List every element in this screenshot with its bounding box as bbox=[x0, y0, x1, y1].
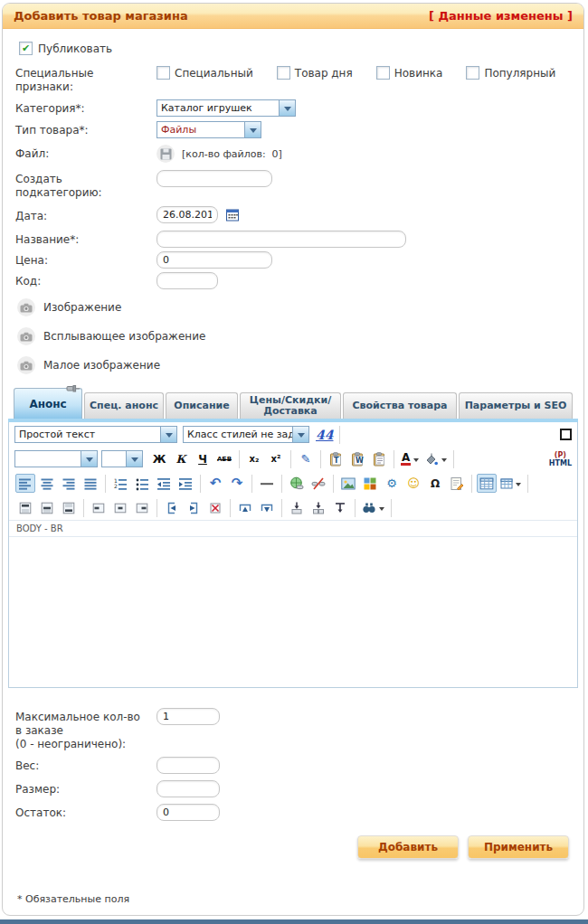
feature-checkbox-popular[interactable] bbox=[466, 66, 479, 80]
chevron-down-icon[interactable] bbox=[81, 451, 97, 467]
insert-link-icon[interactable] bbox=[287, 474, 307, 493]
subscript-icon[interactable]: x₂ bbox=[244, 449, 264, 468]
date-input[interactable] bbox=[156, 206, 218, 223]
weight-input[interactable] bbox=[156, 757, 220, 774]
insert-template-icon[interactable] bbox=[447, 474, 467, 493]
table-menu-icon[interactable] bbox=[498, 474, 523, 493]
italic-icon[interactable]: К bbox=[171, 449, 191, 468]
max-qty-input[interactable] bbox=[156, 708, 220, 725]
calendar-icon[interactable] bbox=[225, 208, 240, 222]
smiley-icon[interactable]: ☺ bbox=[403, 474, 423, 493]
bulleted-list-icon[interactable] bbox=[132, 474, 152, 493]
section-image[interactable]: Изображение bbox=[3, 298, 583, 316]
code-input[interactable] bbox=[156, 272, 218, 289]
fill-color-icon[interactable] bbox=[422, 449, 449, 468]
paste-from-word-icon[interactable]: W bbox=[347, 449, 367, 468]
align-right-icon[interactable] bbox=[59, 474, 79, 493]
publish-checkbox[interactable]: ✔ bbox=[19, 42, 33, 55]
underline-icon[interactable]: Ч bbox=[193, 449, 213, 468]
chevron-down-icon[interactable] bbox=[279, 100, 295, 116]
toolbar-separator bbox=[394, 450, 394, 468]
chevron-down-icon[interactable] bbox=[160, 427, 176, 442]
special-char-icon[interactable]: Ω bbox=[425, 474, 445, 493]
cell-align-right-icon[interactable] bbox=[132, 498, 152, 517]
date-row: Дата: bbox=[3, 206, 583, 223]
feature-label: Новинка bbox=[394, 67, 443, 80]
split-cell-icon[interactable] bbox=[308, 498, 328, 517]
bold-icon[interactable]: Ж bbox=[149, 449, 169, 468]
size-input[interactable] bbox=[156, 780, 220, 797]
feature-checkbox-special[interactable] bbox=[156, 66, 170, 80]
apply-button[interactable]: Применить bbox=[468, 835, 569, 859]
toolbar-separator bbox=[200, 475, 201, 493]
file-label: Файл: bbox=[15, 145, 156, 161]
name-label: Название*: bbox=[15, 231, 156, 247]
align-center-icon[interactable] bbox=[37, 474, 57, 493]
tab-prices-discounts-delivery[interactable]: Цены/Скидки/Доставка bbox=[240, 392, 341, 419]
horizontal-rule-icon[interactable] bbox=[257, 474, 277, 493]
numbered-list-icon[interactable]: 12 bbox=[110, 474, 130, 493]
find-replace-icon[interactable] bbox=[360, 498, 386, 517]
delete-cell-icon[interactable] bbox=[205, 498, 225, 517]
editor-canvas[interactable] bbox=[9, 537, 577, 687]
maximize-icon[interactable] bbox=[560, 429, 572, 440]
paste-plain-text-icon[interactable]: T bbox=[326, 449, 346, 468]
chevron-down-icon[interactable] bbox=[292, 427, 308, 442]
chevron-down-icon[interactable] bbox=[244, 122, 261, 137]
tab-label: Спец. анонс bbox=[90, 401, 158, 411]
page: { "header": {"title": "Добавить товар ма… bbox=[0, 0, 588, 924]
section-small-image[interactable]: Малое изображение bbox=[3, 356, 583, 374]
insert-image-icon[interactable] bbox=[338, 474, 358, 493]
cell-valign-bottom-icon[interactable] bbox=[59, 498, 79, 517]
feature-checkbox-new[interactable] bbox=[376, 66, 390, 80]
strikethrough-icon[interactable]: АБВ bbox=[214, 449, 234, 468]
undo-icon[interactable]: ↶ bbox=[205, 474, 225, 493]
feature-checkbox-product-of-day[interactable] bbox=[277, 66, 290, 80]
category-select[interactable]: Каталог игрушек bbox=[156, 99, 296, 117]
size-select[interactable] bbox=[101, 450, 143, 467]
insert-table-icon[interactable] bbox=[477, 474, 497, 493]
decrease-indent-icon[interactable] bbox=[154, 474, 174, 493]
add-button[interactable]: Добавить bbox=[357, 835, 459, 859]
superscript-icon[interactable]: x² bbox=[266, 449, 286, 468]
cell-valign-middle-icon[interactable] bbox=[37, 498, 57, 517]
properties-icon[interactable]: ⚙ bbox=[382, 474, 402, 493]
paste-icon[interactable] bbox=[369, 449, 389, 468]
cell-valign-top-icon[interactable] bbox=[15, 498, 35, 517]
insert-column-before-icon[interactable] bbox=[235, 498, 255, 517]
section-popup-image[interactable]: Всплывающее изображение bbox=[3, 327, 583, 345]
chevron-down-icon[interactable] bbox=[126, 451, 142, 467]
align-justify-icon[interactable] bbox=[81, 474, 100, 493]
insert-media-icon[interactable] bbox=[360, 474, 380, 493]
cell-align-center-icon[interactable] bbox=[110, 498, 130, 517]
merge-cells-icon[interactable] bbox=[287, 498, 307, 517]
name-input[interactable] bbox=[156, 231, 406, 248]
format-select[interactable]: Простой текст bbox=[14, 426, 177, 443]
subcategory-input[interactable] bbox=[156, 170, 272, 187]
product-type-select[interactable]: Файлы bbox=[156, 121, 261, 138]
stock-input[interactable] bbox=[156, 804, 220, 821]
remove-format-icon[interactable]: ✎ bbox=[296, 449, 316, 468]
increase-indent-icon[interactable] bbox=[175, 474, 195, 493]
align-left-icon[interactable] bbox=[15, 474, 35, 493]
tab-product-properties[interactable]: Свойства товара bbox=[343, 392, 457, 419]
font-select[interactable] bbox=[14, 450, 98, 467]
tab-announce[interactable]: Анонс bbox=[14, 388, 82, 419]
text-color-icon[interactable]: A bbox=[399, 449, 421, 468]
delete-row-icon[interactable] bbox=[330, 498, 350, 517]
floppy-icon[interactable] bbox=[156, 145, 175, 163]
insert-column-after-icon[interactable] bbox=[257, 498, 277, 517]
redo-icon[interactable]: ↷ bbox=[227, 474, 247, 493]
insert-cell-after-icon[interactable] bbox=[184, 498, 204, 517]
remove-link-icon[interactable] bbox=[308, 474, 328, 493]
source-icon[interactable]: (P) HTML bbox=[549, 451, 572, 467]
style-select[interactable]: Класс стилей не задан bbox=[183, 426, 309, 443]
cell-align-left-icon[interactable] bbox=[89, 498, 109, 517]
price-input[interactable] bbox=[156, 251, 272, 269]
tab-description[interactable]: Описание bbox=[166, 392, 238, 419]
tab-special-announce[interactable]: Спец. анонс bbox=[84, 392, 164, 419]
file-count-text: [кол-во файлов: 0] bbox=[182, 145, 282, 160]
insert-cell-before-icon[interactable] bbox=[162, 498, 182, 517]
tab-parameters-seo[interactable]: Параметры и SEO bbox=[459, 392, 573, 419]
fonts-icon[interactable]: 44 bbox=[314, 425, 335, 444]
